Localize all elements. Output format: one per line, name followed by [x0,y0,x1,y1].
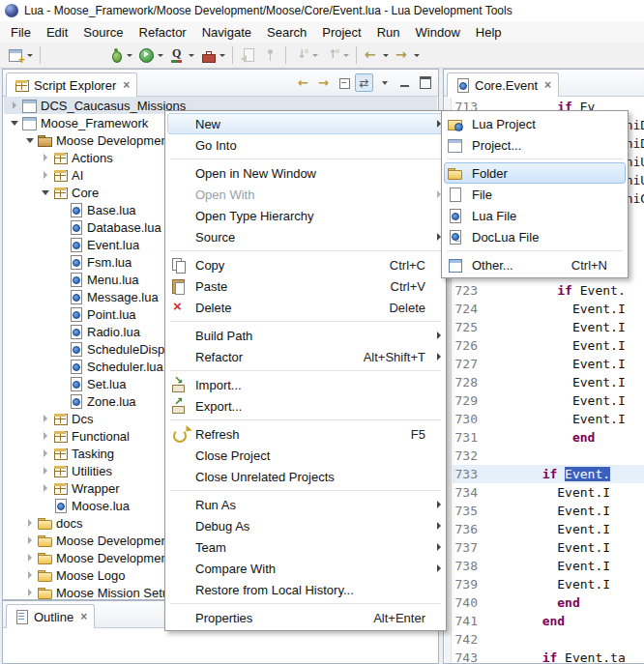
menu-item-label: Restore from Local History... [191,583,431,597]
menubar-item-run[interactable]: Run [369,22,408,43]
menu-item-debug-as[interactable]: Debug As [167,515,444,536]
menubar-item-help[interactable]: Help [468,22,510,43]
menu-item-copy[interactable]: CopyCtrl+C [167,254,444,275]
run-button[interactable] [135,44,166,66]
expand-arrow-icon[interactable] [23,532,37,549]
menu-item-project[interactable]: Project... [444,134,626,156]
link-with-editor-button[interactable] [355,73,373,92]
menu-item-go-into[interactable]: Go Into [167,134,444,156]
module-icon [52,150,68,165]
tab-outline[interactable]: Outline × [6,604,95,628]
expand-arrow-icon[interactable] [39,462,52,479]
expand-arrow-icon[interactable] [23,514,37,532]
menu-item-delete[interactable]: DeleteDelete [167,297,444,318]
expand-arrow-icon[interactable] [8,97,21,114]
menu-item-export[interactable]: Export... [167,395,444,417]
dropdown-caret-icon [414,54,420,57]
collapse-arrow-icon[interactable] [8,114,21,131]
code-line[interactable]: Event.I [482,575,644,593]
code-line[interactable]: Event.I [482,336,644,355]
menu-item-other[interactable]: Other...Ctrl+N [444,254,626,275]
code-line[interactable]: Event.I [482,502,644,520]
code-line[interactable]: Event.I [482,355,644,373]
code-line[interactable]: end [482,612,644,630]
expand-arrow-icon[interactable] [39,149,52,166]
menu-item-new[interactable]: New [167,113,444,134]
menu-item-build-path[interactable]: Build Path [167,325,444,346]
menu-item-paste[interactable]: PasteCtrl+V [167,275,444,297]
expand-arrow-icon[interactable] [39,410,52,427]
close-icon[interactable]: × [544,79,551,91]
menubar-item-project[interactable]: Project [314,22,368,43]
menu-item-compare-with[interactable]: Compare With [167,558,444,579]
expand-arrow-icon[interactable] [39,427,52,445]
menu-item-open-type-hierarchy[interactable]: Open Type Hierarchy [167,205,444,226]
code-line[interactable]: end [482,428,644,447]
collapse-all-button[interactable] [335,73,353,92]
code-line[interactable]: if Event. [482,465,644,483]
forward-button[interactable] [314,73,333,92]
menu-item-import[interactable]: Import... [167,374,444,395]
external-tools-button[interactable] [197,44,228,66]
code-line[interactable]: Event.I [482,373,644,391]
code-line[interactable] [482,447,644,465]
menu-item-properties[interactable]: PropertiesAlt+Enter [167,607,444,628]
pin-editor-icon [262,47,278,63]
code-line[interactable]: end [482,593,644,612]
new-wizard-button[interactable] [5,44,36,66]
expand-arrow-icon[interactable] [23,584,37,599]
menu-item-source[interactable]: Source [167,226,444,247]
code-line[interactable] [482,630,644,649]
menubar-item-navigate[interactable]: Navigate [194,22,259,43]
tab-script-explorer[interactable]: Script Explorer × [6,72,137,97]
code-line[interactable]: Event.I [482,520,644,538]
menu-item-team[interactable]: Team [167,536,444,558]
code-line[interactable]: Event.I [482,391,644,410]
menu-item-refresh[interactable]: RefreshF5 [167,423,444,445]
code-line[interactable]: Event.I [482,318,644,336]
menu-item-doclua-file[interactable]: DocLua File [444,226,626,247]
expand-arrow-icon[interactable] [39,479,52,497]
expand-arrow-icon[interactable] [39,445,52,462]
menu-item-lua-project[interactable]: Lua Project [444,113,626,134]
view-menu-button[interactable] [375,73,394,92]
menu-item-open-in-new-window[interactable]: Open in New Window [167,162,444,184]
debug-button[interactable] [104,44,135,66]
menu-item-file[interactable]: File [444,184,626,205]
menu-item-lua-file[interactable]: Lua File [444,205,626,226]
code-line[interactable]: Event.I [482,410,644,428]
tab-core-event[interactable]: Core.Event × [447,72,559,97]
collapse-arrow-icon[interactable] [23,131,37,149]
menu-item-restore-from-local-history[interactable]: Restore from Local History... [167,579,444,600]
collapse-arrow-icon[interactable] [39,184,52,201]
menubar-item-search[interactable]: Search [259,22,314,43]
menubar-item-refactor[interactable]: Refactor [132,22,194,43]
close-icon[interactable]: × [123,79,130,91]
expand-arrow-icon[interactable] [23,549,37,566]
back-button[interactable] [294,73,312,92]
forward-history-button[interactable] [392,44,423,66]
menu-item-run-as[interactable]: Run As [167,494,444,515]
code-line[interactable]: Event.I [482,300,644,318]
expand-arrow-icon[interactable] [23,566,37,584]
outline-icon [14,609,29,624]
menu-item-close-project[interactable]: Close Project [167,445,444,466]
close-icon[interactable]: × [80,611,87,622]
code-line[interactable]: Event.I [482,557,644,575]
menubar-item-window[interactable]: Window [408,22,468,43]
menu-item-refactor[interactable]: RefactorAlt+Shift+T [167,346,444,367]
menubar-item-file[interactable]: File [3,22,39,43]
expand-arrow-icon[interactable] [39,166,52,184]
code-line[interactable]: if Event.ta [482,649,644,663]
menu-item-close-unrelated-projects[interactable]: Close Unrelated Projects [167,466,444,487]
back-history-button[interactable] [361,44,392,66]
menu-item-folder[interactable]: Folder [444,162,626,184]
code-line[interactable]: Event.I [482,538,644,557]
maximize-button[interactable] [416,73,434,92]
menubar-item-edit[interactable]: Edit [39,22,75,43]
code-line[interactable]: if Event. [482,281,644,300]
menubar-item-source[interactable]: Source [75,22,131,43]
coverage-button[interactable] [166,44,197,66]
minimize-button[interactable] [395,73,414,92]
code-line[interactable]: Event.I [482,483,644,502]
